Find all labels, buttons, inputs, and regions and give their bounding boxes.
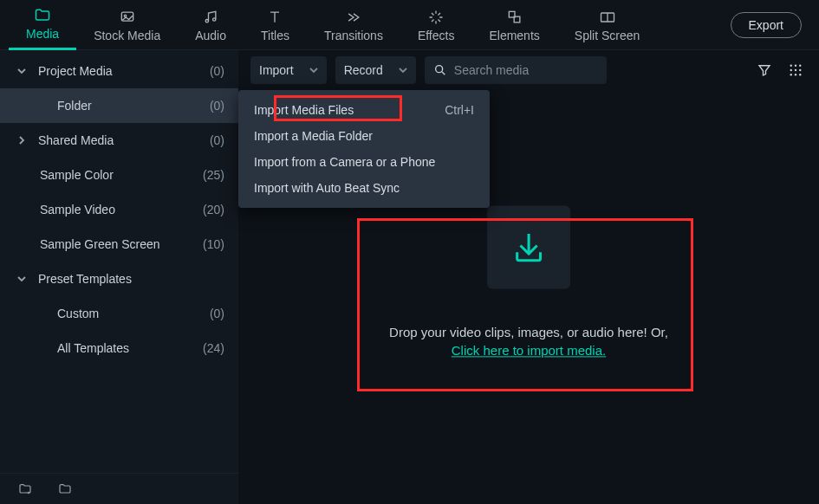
menu-item-label: Import a Media Folder <box>254 129 474 143</box>
dropdown-label: Import <box>259 63 294 77</box>
grid-view-icon[interactable] <box>784 59 807 81</box>
svg-point-12 <box>795 69 796 71</box>
sparkle-icon <box>426 8 445 27</box>
svg-point-9 <box>795 65 796 67</box>
svg-point-8 <box>790 65 792 67</box>
content-toolbar: Import Record <box>238 50 819 90</box>
record-dropdown[interactable]: Record <box>335 56 416 84</box>
sidebar-item-custom[interactable]: Custom (0) <box>0 296 238 331</box>
menu-item-label: Import Media Files <box>254 103 434 117</box>
svg-point-13 <box>799 69 801 71</box>
sidebar-item-label: Custom <box>57 307 210 320</box>
sidebar-item-label: All Templates <box>57 341 203 355</box>
sidebar-bottom-bar <box>0 473 238 504</box>
sidebar-item-preset-templates[interactable]: Preset Templates <box>0 262 238 296</box>
sidebar-item-sample-video[interactable]: Sample Video (20) <box>0 192 238 227</box>
tab-transitions[interactable]: Transitions <box>307 0 400 50</box>
sidebar-item-count: (0) <box>210 99 224 113</box>
svg-point-16 <box>799 74 801 75</box>
sidebar-item-count: (0) <box>210 133 224 147</box>
tab-label: Titles <box>261 29 289 42</box>
import-dropdown[interactable]: Import <box>250 56 327 84</box>
sidebar-item-count: (0) <box>210 64 224 78</box>
search-input[interactable] <box>454 63 598 77</box>
tab-media[interactable]: Media <box>9 0 76 50</box>
dropdown-label: Record <box>344 63 383 77</box>
menu-item-label: Import with Auto Beat Sync <box>254 181 474 195</box>
tab-label: Effects <box>418 29 455 42</box>
dropzone-text: Drop your video clips, images, or audio … <box>389 325 668 339</box>
sidebar-item-count: (0) <box>210 307 224 320</box>
menu-import-media-files[interactable]: Import Media Files Ctrl+I <box>238 97 490 123</box>
sidebar-item-label: Sample Green Screen <box>40 237 203 251</box>
sidebar-item-label: Folder <box>57 99 210 113</box>
sidebar-item-label: Sample Color <box>40 168 203 182</box>
chevron-down-icon <box>309 66 318 74</box>
svg-point-10 <box>799 65 801 67</box>
search-wrapper <box>425 56 607 84</box>
svg-point-7 <box>435 66 442 73</box>
chevron-right-icon <box>17 136 29 145</box>
menu-item-label: Import from a Camera or a Phone <box>254 155 474 169</box>
sidebar-item-sample-color[interactable]: Sample Color (25) <box>0 158 238 192</box>
sidebar-item-folder[interactable]: Folder (0) <box>0 88 238 123</box>
sidebar-item-all-templates[interactable]: All Templates (24) <box>0 331 238 365</box>
svg-point-3 <box>213 17 216 20</box>
sidebar-item-count: (20) <box>203 203 224 216</box>
export-button[interactable]: Export <box>731 12 802 38</box>
tab-label: Split Screen <box>575 29 640 42</box>
tab-label: Transitions <box>324 29 383 42</box>
sidebar-item-label: Sample Video <box>40 203 203 216</box>
svg-point-2 <box>205 19 208 22</box>
new-folder-icon[interactable] <box>17 482 33 496</box>
shapes-icon <box>505 8 524 27</box>
sidebar-item-project-media[interactable]: Project Media (0) <box>0 54 238 88</box>
sidebar-item-sample-green[interactable]: Sample Green Screen (10) <box>0 227 238 262</box>
sidebar-item-label: Shared Media <box>38 133 210 147</box>
tab-elements[interactable]: Elements <box>471 0 556 50</box>
split-icon <box>598 8 617 27</box>
sidebar-item-label: Project Media <box>38 64 210 78</box>
stock-icon <box>118 8 137 27</box>
tab-label: Audio <box>195 29 226 42</box>
tab-label: Elements <box>489 29 539 42</box>
content-area: Import Record <box>238 50 819 504</box>
media-dropzone[interactable]: Drop your video clips, images, or audio … <box>389 205 668 358</box>
text-icon <box>265 8 284 27</box>
sidebar-item-count: (25) <box>203 168 224 182</box>
chevron-down-icon <box>399 66 407 74</box>
chevron-down-icon <box>17 67 29 75</box>
menu-item-shortcut: Ctrl+I <box>445 103 474 117</box>
sidebar-item-count: (24) <box>203 341 224 355</box>
tab-label: Stock Media <box>94 29 160 42</box>
import-link[interactable]: Click here to import media. <box>452 343 606 358</box>
tab-label: Media <box>26 27 59 41</box>
tab-stock-media[interactable]: Stock Media <box>76 0 178 50</box>
download-icon <box>487 205 570 288</box>
top-nav: Media Stock Media Audio Titles Transitio… <box>0 0 819 50</box>
main-area: Project Media (0) Folder (0) Shared Medi… <box>0 50 819 504</box>
tab-audio[interactable]: Audio <box>178 0 244 50</box>
folder-icon <box>33 6 52 25</box>
music-icon <box>201 8 220 27</box>
tab-effects[interactable]: Effects <box>400 0 472 50</box>
tab-split-screen[interactable]: Split Screen <box>557 0 657 50</box>
menu-import-media-folder[interactable]: Import a Media Folder <box>238 123 490 149</box>
sidebar: Project Media (0) Folder (0) Shared Medi… <box>0 50 238 504</box>
transition-icon <box>344 8 363 27</box>
filter-icon[interactable] <box>753 59 776 81</box>
svg-point-14 <box>790 74 792 75</box>
media-tree: Project Media (0) Folder (0) Shared Medi… <box>0 50 238 473</box>
sidebar-item-shared-media[interactable]: Shared Media (0) <box>0 123 238 158</box>
tab-titles[interactable]: Titles <box>244 0 307 50</box>
svg-point-11 <box>790 69 792 71</box>
folder-icon[interactable] <box>57 482 73 496</box>
sidebar-item-label: Preset Templates <box>38 272 224 286</box>
chevron-down-icon <box>17 275 29 283</box>
search-icon <box>433 63 447 77</box>
import-menu: Import Media Files Ctrl+I Import a Media… <box>238 90 490 208</box>
sidebar-item-count: (10) <box>203 237 224 251</box>
menu-import-auto-beat[interactable]: Import with Auto Beat Sync <box>238 175 490 201</box>
svg-point-15 <box>795 74 796 75</box>
menu-import-camera[interactable]: Import from a Camera or a Phone <box>238 149 490 175</box>
